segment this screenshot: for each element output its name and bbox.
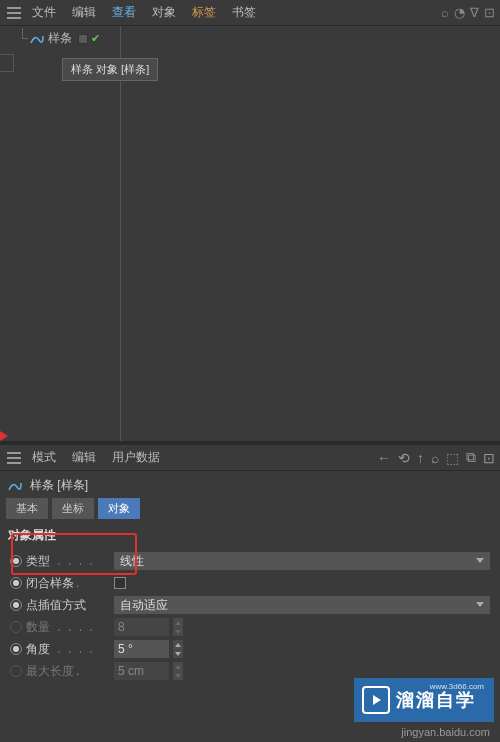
watermark-text: 溜溜自学 <box>396 688 476 712</box>
play-icon <box>362 686 390 714</box>
tree-item-label: 样条 <box>48 30 72 47</box>
tab-coord[interactable]: 坐标 <box>52 498 94 519</box>
prop-row-count: 数量 . . . . 8 <box>10 616 490 638</box>
object-header: 样条 [样条] <box>0 471 500 498</box>
eye-icon[interactable]: ◔ <box>453 5 466 20</box>
radio-icon[interactable] <box>10 577 22 589</box>
tree-branch-line <box>22 28 30 42</box>
source-text: jingyan.baidu.com <box>401 726 490 738</box>
attr-right-icons: ← ⟲ ↑ ⌕ ⬚ ⧉ ⊡ <box>376 449 496 466</box>
prop-label-interp: 点插值方式 <box>26 597 110 614</box>
search-icon[interactable]: ⌕ <box>430 450 440 466</box>
dropdown-type[interactable]: 线性 <box>114 552 490 570</box>
tab-basic[interactable]: 基本 <box>6 498 48 519</box>
object-title: 样条 [样条] <box>30 477 88 494</box>
attr-tabs: 基本 坐标 对象 <box>0 498 500 519</box>
attr-menubar: 模式 编辑 用户数据 ← ⟲ ↑ ⌕ ⬚ ⧉ ⊡ <box>0 445 500 471</box>
tab-object[interactable]: 对象 <box>98 498 140 519</box>
prop-label-type: 类型 . . . . <box>26 553 110 570</box>
watermark: www.3d66.com 溜溜自学 <box>354 678 494 722</box>
menu-bookmark[interactable]: 书签 <box>224 4 264 21</box>
tree-item-badge[interactable] <box>78 34 88 44</box>
input-angle[interactable]: 5 ° <box>114 640 169 658</box>
tooltip: 样条 对象 [样条] <box>62 58 158 81</box>
prop-row-type: 类型 . . . . 线性 <box>10 550 490 572</box>
edge-bar <box>0 54 14 72</box>
menu-edit[interactable]: 编辑 <box>64 4 104 21</box>
checkbox-close[interactable] <box>114 577 126 589</box>
radio-icon[interactable] <box>10 643 22 655</box>
attr-menu-edit[interactable]: 编辑 <box>64 449 104 466</box>
input-count: 8 <box>114 618 169 636</box>
spinner[interactable] <box>173 640 183 658</box>
prop-label-maxlen: 最大长度. <box>26 663 110 680</box>
lock-icon[interactable]: ⬚ <box>445 450 460 466</box>
menu-tags[interactable]: 标签 <box>184 4 224 21</box>
radio-icon[interactable] <box>10 599 22 611</box>
menu-object[interactable]: 对象 <box>144 4 184 21</box>
tree-item-spline[interactable]: 样条 ✔ <box>0 26 500 51</box>
red-arrow-icon <box>0 430 10 442</box>
attr-menu-mode[interactable]: 模式 <box>24 449 64 466</box>
spinner <box>173 662 183 680</box>
top-right-icons: ⌕ ◔ ∇ ⊡ <box>440 5 496 20</box>
prop-row-angle: 角度 . . . . 5 ° <box>10 638 490 660</box>
hamburger-icon[interactable] <box>4 7 24 19</box>
spinner <box>173 618 183 636</box>
spline-icon <box>30 32 44 46</box>
filter-icon[interactable]: ∇ <box>469 5 480 20</box>
attr-menu-userdata[interactable]: 用户数据 <box>104 449 168 466</box>
radio-icon <box>10 665 22 677</box>
section-header: 对象属性 <box>0 519 500 548</box>
tree-item-check-icon[interactable]: ✔ <box>91 32 100 45</box>
back-icon[interactable]: ← <box>376 450 392 466</box>
expand-icon[interactable]: ⊡ <box>482 450 496 466</box>
search-icon[interactable]: ⌕ <box>440 5 450 20</box>
properties-panel: 类型 . . . . 线性 闭合样条. 点插值方式 自动适应 数量 . . . … <box>0 548 500 684</box>
input-maxlen: 5 cm <box>114 662 169 680</box>
radio-icon[interactable] <box>10 555 22 567</box>
column-divider[interactable] <box>120 26 121 441</box>
up-icon[interactable]: ↑ <box>416 450 425 466</box>
expand-icon[interactable]: ⊡ <box>483 5 496 20</box>
dropdown-interp[interactable]: 自动适应 <box>114 596 490 614</box>
history-icon[interactable]: ⟲ <box>397 450 411 466</box>
object-tree-panel: 样条 ✔ 样条 对象 [样条] <box>0 26 500 441</box>
radio-icon <box>10 621 22 633</box>
spline-icon <box>8 479 22 493</box>
link-icon[interactable]: ⧉ <box>465 449 477 466</box>
prop-label-count: 数量 . . . . <box>26 619 110 636</box>
hamburger-icon[interactable] <box>4 452 24 464</box>
prop-row-close: 闭合样条. <box>10 572 490 594</box>
prop-label-close: 闭合样条. <box>26 575 110 592</box>
prop-row-interp: 点插值方式 自动适应 <box>10 594 490 616</box>
menu-file[interactable]: 文件 <box>24 4 64 21</box>
menu-view[interactable]: 查看 <box>104 4 144 21</box>
prop-label-angle: 角度 . . . . <box>26 641 110 658</box>
watermark-url: www.3d66.com <box>430 682 484 691</box>
top-menubar: 文件 编辑 查看 对象 标签 书签 ⌕ ◔ ∇ ⊡ <box>0 0 500 26</box>
